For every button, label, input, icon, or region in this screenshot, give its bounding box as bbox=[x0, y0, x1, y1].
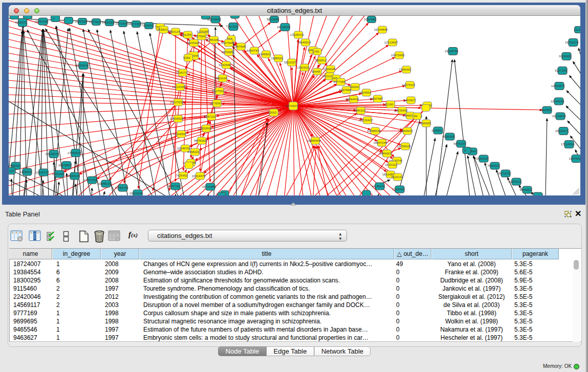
svg-text:1733426: 1733426 bbox=[392, 188, 404, 191]
svg-text:10973493: 10973493 bbox=[391, 54, 405, 57]
svg-text:1065328: 1065328 bbox=[75, 20, 87, 23]
svg-text:10654112: 10654112 bbox=[508, 180, 522, 183]
svg-text:8938928: 8938928 bbox=[442, 135, 454, 138]
svg-text:7485063: 7485063 bbox=[399, 68, 411, 71]
svg-text:817006: 817006 bbox=[210, 102, 221, 105]
svg-text:10958107: 10958107 bbox=[98, 182, 112, 185]
svg-text:2718170: 2718170 bbox=[175, 71, 187, 74]
svg-text:19384554: 19384554 bbox=[307, 139, 321, 142]
svg-text:16033809: 16033809 bbox=[207, 18, 221, 21]
svg-text:16914479: 16914479 bbox=[192, 174, 206, 178]
svg-text:2935114: 2935114 bbox=[476, 157, 489, 160]
svg-text:6466160: 6466160 bbox=[102, 21, 114, 24]
svg-text:12353594: 12353594 bbox=[198, 127, 212, 130]
svg-text:17359924: 17359924 bbox=[68, 151, 81, 155]
svg-text:1615112: 1615112 bbox=[385, 163, 398, 166]
svg-text:1755: 1755 bbox=[312, 50, 319, 53]
svg-text:9777169: 9777169 bbox=[333, 80, 345, 83]
svg-text:8471676: 8471676 bbox=[498, 172, 510, 175]
svg-text:1167533: 1167533 bbox=[569, 157, 580, 160]
svg-text:12213389: 12213389 bbox=[172, 85, 186, 89]
svg-text:18807249: 18807249 bbox=[374, 141, 387, 144]
svg-text:20691406: 20691406 bbox=[35, 20, 49, 23]
svg-text:15716485: 15716485 bbox=[202, 185, 216, 188]
svg-text:7955812: 7955812 bbox=[314, 59, 326, 62]
svg-text:9227343: 9227343 bbox=[555, 69, 567, 72]
svg-text:9699695: 9699695 bbox=[419, 122, 431, 125]
svg-text:15323446: 15323446 bbox=[129, 192, 143, 195]
svg-text:6879197: 6879197 bbox=[453, 142, 466, 145]
svg-text:19218506: 19218506 bbox=[277, 26, 291, 29]
svg-text:18640910: 18640910 bbox=[297, 41, 311, 44]
svg-text:2655061: 2655061 bbox=[9, 164, 20, 167]
svg-text:9242848: 9242848 bbox=[219, 63, 231, 67]
svg-text:39119: 39119 bbox=[9, 169, 14, 172]
svg-text:19654925: 19654925 bbox=[170, 117, 184, 120]
svg-text:15720407: 15720407 bbox=[359, 119, 373, 122]
svg-text:8186328: 8186328 bbox=[206, 38, 219, 41]
svg-text:12093873: 12093873 bbox=[551, 84, 565, 87]
svg-text:12505135: 12505135 bbox=[67, 174, 80, 178]
svg-text:9390: 9390 bbox=[183, 56, 190, 59]
svg-text:891295: 891295 bbox=[181, 33, 192, 36]
svg-text:16648784: 16648784 bbox=[445, 50, 459, 53]
svg-text:20206576: 20206576 bbox=[46, 152, 59, 156]
svg-text:16107552: 16107552 bbox=[170, 101, 184, 104]
svg-text:16671355: 16671355 bbox=[128, 23, 142, 26]
svg-text:8215955: 8215955 bbox=[539, 108, 552, 112]
svg-text:1112: 1112 bbox=[574, 28, 580, 31]
svg-text:164095: 164095 bbox=[431, 129, 442, 132]
svg-text:1588520: 1588520 bbox=[271, 57, 283, 60]
svg-text:13002: 13002 bbox=[268, 111, 277, 114]
svg-text:8660124: 8660124 bbox=[168, 30, 180, 33]
svg-text:8267110: 8267110 bbox=[204, 115, 216, 118]
svg-text:12975115: 12975115 bbox=[402, 83, 416, 86]
svg-text:10688639: 10688639 bbox=[367, 129, 381, 133]
svg-text:7357224: 7357224 bbox=[226, 25, 238, 28]
svg-text:327506: 327506 bbox=[195, 35, 206, 38]
svg-text:252214: 252214 bbox=[391, 176, 402, 179]
svg-text:8813054: 8813054 bbox=[267, 18, 279, 21]
svg-text:62160: 62160 bbox=[385, 103, 394, 106]
svg-text:9327508: 9327508 bbox=[221, 41, 233, 45]
svg-text:12213967: 12213967 bbox=[384, 41, 398, 44]
svg-text:16154808: 16154808 bbox=[374, 28, 388, 31]
svg-text:10025453: 10025453 bbox=[394, 109, 408, 112]
svg-text:2803144: 2803144 bbox=[215, 77, 227, 80]
svg-text:20364436: 20364436 bbox=[345, 98, 359, 101]
svg-text:15751074: 15751074 bbox=[565, 41, 579, 44]
svg-text:17957255: 17957255 bbox=[84, 179, 98, 182]
svg-text:14136141: 14136141 bbox=[372, 185, 385, 188]
svg-text:1362615: 1362615 bbox=[297, 66, 309, 69]
svg-text:90448: 90448 bbox=[312, 70, 320, 73]
svg-text:20053346: 20053346 bbox=[75, 64, 89, 67]
svg-text:763822: 763822 bbox=[157, 28, 168, 31]
svg-text:12942737: 12942737 bbox=[35, 171, 49, 174]
svg-text:8878352: 8878352 bbox=[194, 139, 206, 142]
svg-text:3875685: 3875685 bbox=[221, 51, 233, 54]
svg-text:5822037: 5822037 bbox=[284, 61, 296, 64]
svg-text:7625402: 7625402 bbox=[176, 174, 188, 177]
svg-text:7515526: 7515526 bbox=[141, 24, 154, 27]
svg-text:1156819: 1156819 bbox=[20, 170, 32, 173]
svg-text:17016504: 17016504 bbox=[561, 143, 575, 146]
svg-text:9463627: 9463627 bbox=[403, 99, 416, 102]
svg-text:9329966: 9329966 bbox=[559, 55, 571, 58]
svg-text:8454749: 8454749 bbox=[247, 49, 259, 52]
svg-text:10975867: 10975867 bbox=[58, 164, 72, 167]
svg-text:16782759: 16782759 bbox=[115, 186, 128, 189]
svg-text:9884067: 9884067 bbox=[379, 152, 391, 155]
svg-text:19654923: 19654923 bbox=[399, 129, 413, 133]
svg-text:7886322: 7886322 bbox=[353, 109, 365, 112]
svg-text:6794028: 6794028 bbox=[323, 68, 335, 71]
svg-text:2087682: 2087682 bbox=[364, 18, 376, 21]
svg-text:18724007: 18724007 bbox=[285, 104, 299, 107]
svg-text:3824554: 3824554 bbox=[359, 91, 371, 94]
svg-text:12444159: 12444159 bbox=[551, 100, 564, 103]
svg-text:10543342: 10543342 bbox=[186, 41, 200, 45]
svg-text:8498222: 8498222 bbox=[187, 150, 200, 154]
svg-text:6497568: 6497568 bbox=[339, 89, 351, 92]
svg-text:16210643: 16210643 bbox=[552, 115, 566, 118]
svg-text:1145194: 1145194 bbox=[52, 172, 64, 176]
svg-text:13325419: 13325419 bbox=[290, 33, 304, 36]
